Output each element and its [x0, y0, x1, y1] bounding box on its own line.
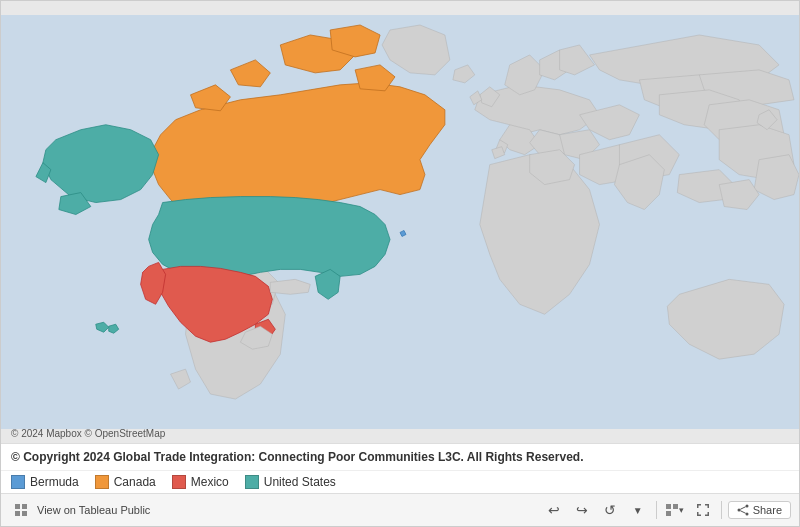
svg-point-9 — [737, 509, 740, 512]
redo-button[interactable]: ↪ — [570, 498, 594, 522]
svg-line-11 — [740, 507, 745, 510]
revert-button[interactable]: ↺ — [598, 498, 622, 522]
svg-rect-3 — [15, 511, 20, 516]
legend-swatch-bermuda — [11, 475, 25, 489]
svg-rect-6 — [673, 504, 678, 509]
svg-rect-5 — [666, 504, 671, 509]
share-icon — [737, 504, 749, 516]
grid-icon — [14, 503, 28, 517]
undo-button[interactable]: ↩ — [542, 498, 566, 522]
pause-button[interactable]: ▼ — [626, 498, 650, 522]
download-button[interactable]: ▾ — [663, 498, 687, 522]
download-icon — [665, 503, 679, 517]
map-copyright: © 2024 Mapbox © OpenStreetMap — [11, 428, 165, 439]
toolbar-sep-1 — [656, 501, 657, 519]
svg-rect-2 — [22, 504, 27, 509]
redo-icon: ↪ — [576, 502, 588, 518]
main-container: United States © 2024 Mapbox © OpenStreet… — [0, 0, 800, 527]
svg-point-10 — [745, 513, 748, 516]
legend-item-canada: Canada — [95, 475, 156, 489]
world-map — [1, 1, 799, 443]
legend-swatch-mexico — [172, 475, 186, 489]
legend-label-united-states: United States — [264, 475, 336, 489]
copyright-text: © Copyright 2024 Global Trade Integratio… — [11, 450, 583, 464]
legend-swatch-united-states — [245, 475, 259, 489]
svg-rect-1 — [15, 504, 20, 509]
legend-label-canada: Canada — [114, 475, 156, 489]
legend-item-bermuda: Bermuda — [11, 475, 79, 489]
legend-label-mexico: Mexico — [191, 475, 229, 489]
legend-swatch-canada — [95, 475, 109, 489]
legend-label-bermuda: Bermuda — [30, 475, 79, 489]
share-button[interactable]: Share — [728, 501, 791, 519]
svg-rect-4 — [22, 511, 27, 516]
fullscreen-button[interactable] — [691, 498, 715, 522]
view-tableau-link[interactable]: View on Tableau Public — [37, 504, 150, 516]
map-area: United States © 2024 Mapbox © OpenStreet… — [1, 1, 799, 443]
svg-point-8 — [745, 505, 748, 508]
pause-icon: ▼ — [633, 505, 643, 516]
toolbar-right: ↩ ↪ ↺ ▼ ▾ — [542, 498, 791, 522]
fullscreen-icon — [696, 503, 710, 517]
svg-rect-7 — [666, 511, 671, 516]
legend-item-mexico: Mexico — [172, 475, 229, 489]
revert-icon: ↺ — [604, 502, 616, 518]
svg-line-12 — [740, 511, 745, 514]
undo-icon: ↩ — [548, 502, 560, 518]
legend-bar: Bermuda Canada Mexico United States — [1, 470, 799, 493]
grid-icon-button[interactable] — [9, 498, 33, 522]
toolbar-sep-2 — [721, 501, 722, 519]
share-label: Share — [753, 504, 782, 516]
copyright-bar: © Copyright 2024 Global Trade Integratio… — [1, 443, 799, 470]
legend-item-united-states: United States — [245, 475, 336, 489]
toolbar: View on Tableau Public ↩ ↪ ↺ ▼ — [1, 493, 799, 526]
toolbar-left: View on Tableau Public — [9, 498, 150, 522]
